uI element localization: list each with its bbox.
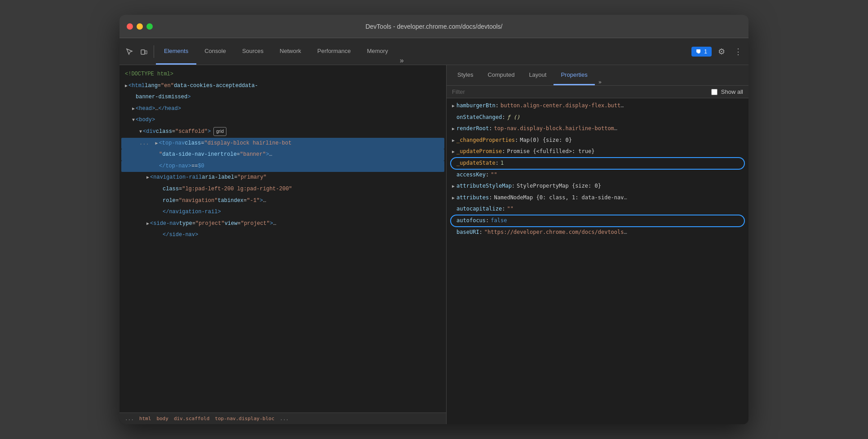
devtools-tabs: Elements Console Sources Network Perform… [156,38,691,65]
toolbar-icon-group [123,45,154,58]
notifications-button[interactable]: 1 [691,47,712,57]
titlebar: DevTools - developer.chrome.com/docs/dev… [120,15,748,38]
prop-hamburger-btn: ▶ hamburgerBtn : button.align-center.dis… [447,100,748,112]
close-button[interactable] [127,23,133,30]
prop-autocapitalize: ▶ autocapitalize : "" [447,203,748,215]
breadcrumb-topnav[interactable]: top-nav.display-bloc [215,416,274,421]
show-all-area: Show all [711,88,743,95]
svg-rect-0 [141,50,145,54]
devtools-window: DevTools - developer.chrome.com/docs/dev… [120,15,748,424]
more-panel-tabs-button[interactable]: » [595,79,605,85]
prop-access-key: ▶ accessKey : "" [447,169,748,181]
html-line-navrail1: ▶ <navigation-rail aria-label="primary" [121,172,444,184]
prop-update-promise: ▶ _updatePromise : Promise {<fulfilled>:… [447,146,748,158]
prop-autofocus: ▶ autofocus : false [447,215,748,227]
tab-sources[interactable]: Sources [234,38,272,65]
html-line-html: ▶ <html lang="en" data-cookies-accepted … [121,80,444,92]
breadcrumb-scaffold[interactable]: div.scaffold [174,416,209,421]
prop-changed-properties: ▶ _changedProperties : Map(0) {size: 0} [447,135,748,146]
panel-tab-computed[interactable]: Computed [480,65,522,85]
panel-tabs: Styles Computed Layout Properties » [447,65,748,86]
prop-on-state-changed: ▶ onStateChanged : ƒ () [447,112,748,123]
device-toolbar-button[interactable] [137,45,150,58]
prop-render-root: ▶ renderRoot : top-nav.display-block.hai… [447,123,748,135]
elements-content: <!DOCTYPE html> ▶ <html lang="en" data-c… [120,65,446,413]
devtools-toolbar: Elements Console Sources Network Perform… [120,38,748,65]
maximize-button[interactable] [146,23,153,30]
devtools-panel: Elements Console Sources Network Perform… [120,38,748,424]
panel-tab-layout[interactable]: Layout [522,65,554,85]
prop-attribute-style-map: ▶ attributeStyleMap : StylePropertyMap {… [447,180,748,192]
window-title: DevTools - developer.chrome.com/docs/dev… [365,23,502,30]
tab-performance[interactable]: Performance [309,38,359,65]
html-line-topnav1[interactable]: ... ▶ <top-nav class="display-block hair… [121,138,444,149]
tab-memory[interactable]: Memory [359,38,396,65]
more-tabs-button[interactable]: » [396,57,407,65]
show-all-label[interactable]: Show all [721,88,743,95]
filter-input[interactable] [452,88,527,95]
settings-button[interactable]: ⚙ [715,44,728,59]
minimize-button[interactable] [137,23,143,30]
breadcrumb-body[interactable]: body [156,416,168,421]
show-all-checkbox[interactable] [711,89,717,95]
svg-rect-2 [696,49,700,53]
breadcrumb-dots-right[interactable]: ... [280,416,289,421]
tab-network[interactable]: Network [272,38,310,65]
window-controls [127,23,153,30]
breadcrumb-html[interactable]: html [139,416,151,421]
prop-attributes: ▶ attributes : NamedNodeMap {0: class, 1… [447,192,748,204]
more-options-button[interactable]: ⋮ [731,44,745,59]
devtools-main: <!DOCTYPE html> ▶ <html lang="en" data-c… [120,65,748,424]
html-line-sidenav2: </side-nav> [121,229,444,241]
panel-tab-styles[interactable]: Styles [450,65,480,85]
html-line-navrail3: role="navigation" tabindex="-1" >… [121,195,444,207]
toolbar-right-actions: 1 ⚙ ⋮ [691,44,745,59]
html-line-scaffold: ▼ <div class="scaffold" > grid [121,126,444,138]
inspect-element-button[interactable] [123,45,136,58]
prop-update-state: ▶ _updateState : 1 [447,158,748,169]
tab-elements[interactable]: Elements [156,38,196,65]
panel-tab-properties[interactable]: Properties [554,65,594,85]
prop-base-uri: ▶ baseURI : "https://developer.chrome.co… [447,227,748,238]
html-line-navrail4: </navigation-rail> [121,206,444,218]
properties-panel: Styles Computed Layout Properties » [447,65,748,424]
svg-rect-1 [145,51,147,54]
html-line-html2: banner-dismissed> [121,92,444,103]
html-line-sidenav: ▶ <side-nav type="project" view="project… [121,218,444,230]
breadcrumb-bar: ... html body div.scaffold top-nav.displ… [120,413,446,424]
breadcrumb-dots-left[interactable]: ... [125,416,134,421]
grid-badge[interactable]: grid [213,127,226,136]
html-line-body: ▼ <body> [121,114,444,126]
html-line-navrail2: class="lg:pad-left-200 lg:pad-right-200" [121,184,444,195]
tab-console[interactable]: Console [196,38,234,65]
elements-panel: <!DOCTYPE html> ▶ <html lang="en" data-c… [120,65,447,424]
html-line-topnav3: </top-nav> == $0 [121,161,444,172]
html-line-doctype: <!DOCTYPE html> [121,69,444,80]
filter-bar: Show all [447,86,748,98]
properties-content: ▶ hamburgerBtn : button.align-center.dis… [447,98,748,424]
html-line-topnav2: " data-side-nav-inert role="banner" >… [121,149,444,161]
html-line-head: ▶ <head>…</head> [121,103,444,115]
